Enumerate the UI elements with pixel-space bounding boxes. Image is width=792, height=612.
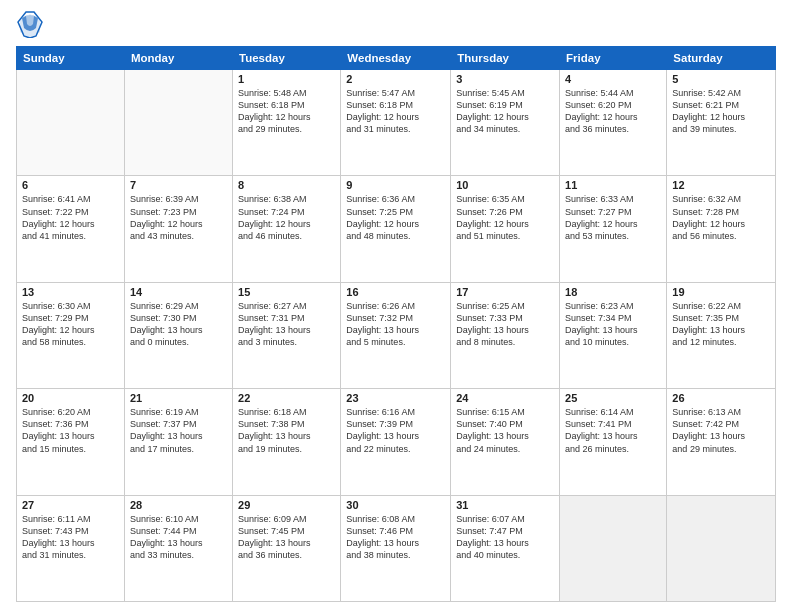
day-detail: Sunrise: 6:15 AM Sunset: 7:40 PM Dayligh… [456,406,554,455]
day-number: 17 [456,286,554,298]
calendar-cell [124,70,232,176]
day-detail: Sunrise: 6:13 AM Sunset: 7:42 PM Dayligh… [672,406,770,455]
calendar-cell [560,495,667,601]
day-number: 5 [672,73,770,85]
day-number: 14 [130,286,227,298]
calendar-week-row: 1Sunrise: 5:48 AM Sunset: 6:18 PM Daylig… [17,70,776,176]
calendar-cell: 13Sunrise: 6:30 AM Sunset: 7:29 PM Dayli… [17,282,125,388]
day-number: 21 [130,392,227,404]
day-detail: Sunrise: 6:35 AM Sunset: 7:26 PM Dayligh… [456,193,554,242]
day-number: 20 [22,392,119,404]
calendar-cell: 23Sunrise: 6:16 AM Sunset: 7:39 PM Dayli… [341,389,451,495]
day-detail: Sunrise: 6:18 AM Sunset: 7:38 PM Dayligh… [238,406,335,455]
col-monday: Monday [124,47,232,70]
day-number: 3 [456,73,554,85]
day-detail: Sunrise: 6:39 AM Sunset: 7:23 PM Dayligh… [130,193,227,242]
calendar-cell: 25Sunrise: 6:14 AM Sunset: 7:41 PM Dayli… [560,389,667,495]
day-number: 30 [346,499,445,511]
col-tuesday: Tuesday [233,47,341,70]
calendar-cell: 29Sunrise: 6:09 AM Sunset: 7:45 PM Dayli… [233,495,341,601]
calendar-cell: 27Sunrise: 6:11 AM Sunset: 7:43 PM Dayli… [17,495,125,601]
day-detail: Sunrise: 6:09 AM Sunset: 7:45 PM Dayligh… [238,513,335,562]
day-detail: Sunrise: 5:45 AM Sunset: 6:19 PM Dayligh… [456,87,554,136]
day-detail: Sunrise: 6:23 AM Sunset: 7:34 PM Dayligh… [565,300,661,349]
day-detail: Sunrise: 6:07 AM Sunset: 7:47 PM Dayligh… [456,513,554,562]
day-number: 26 [672,392,770,404]
calendar-cell: 5Sunrise: 5:42 AM Sunset: 6:21 PM Daylig… [667,70,776,176]
day-detail: Sunrise: 6:16 AM Sunset: 7:39 PM Dayligh… [346,406,445,455]
day-detail: Sunrise: 6:32 AM Sunset: 7:28 PM Dayligh… [672,193,770,242]
calendar-cell: 20Sunrise: 6:20 AM Sunset: 7:36 PM Dayli… [17,389,125,495]
calendar-cell: 8Sunrise: 6:38 AM Sunset: 7:24 PM Daylig… [233,176,341,282]
calendar-week-row: 20Sunrise: 6:20 AM Sunset: 7:36 PM Dayli… [17,389,776,495]
calendar-cell [667,495,776,601]
day-detail: Sunrise: 6:33 AM Sunset: 7:27 PM Dayligh… [565,193,661,242]
day-number: 18 [565,286,661,298]
day-number: 28 [130,499,227,511]
calendar-cell: 30Sunrise: 6:08 AM Sunset: 7:46 PM Dayli… [341,495,451,601]
calendar-cell: 24Sunrise: 6:15 AM Sunset: 7:40 PM Dayli… [451,389,560,495]
day-detail: Sunrise: 6:25 AM Sunset: 7:33 PM Dayligh… [456,300,554,349]
day-detail: Sunrise: 5:47 AM Sunset: 6:18 PM Dayligh… [346,87,445,136]
calendar-cell: 2Sunrise: 5:47 AM Sunset: 6:18 PM Daylig… [341,70,451,176]
day-detail: Sunrise: 6:26 AM Sunset: 7:32 PM Dayligh… [346,300,445,349]
day-number: 10 [456,179,554,191]
day-detail: Sunrise: 6:08 AM Sunset: 7:46 PM Dayligh… [346,513,445,562]
day-detail: Sunrise: 6:29 AM Sunset: 7:30 PM Dayligh… [130,300,227,349]
col-thursday: Thursday [451,47,560,70]
calendar-cell: 22Sunrise: 6:18 AM Sunset: 7:38 PM Dayli… [233,389,341,495]
day-number: 13 [22,286,119,298]
day-number: 16 [346,286,445,298]
day-number: 27 [22,499,119,511]
calendar-cell: 16Sunrise: 6:26 AM Sunset: 7:32 PM Dayli… [341,282,451,388]
calendar-cell: 18Sunrise: 6:23 AM Sunset: 7:34 PM Dayli… [560,282,667,388]
calendar-cell: 12Sunrise: 6:32 AM Sunset: 7:28 PM Dayli… [667,176,776,282]
calendar-cell: 28Sunrise: 6:10 AM Sunset: 7:44 PM Dayli… [124,495,232,601]
day-number: 19 [672,286,770,298]
calendar-cell: 3Sunrise: 5:45 AM Sunset: 6:19 PM Daylig… [451,70,560,176]
day-detail: Sunrise: 6:14 AM Sunset: 7:41 PM Dayligh… [565,406,661,455]
day-detail: Sunrise: 6:38 AM Sunset: 7:24 PM Dayligh… [238,193,335,242]
day-detail: Sunrise: 6:11 AM Sunset: 7:43 PM Dayligh… [22,513,119,562]
calendar-cell: 21Sunrise: 6:19 AM Sunset: 7:37 PM Dayli… [124,389,232,495]
day-number: 29 [238,499,335,511]
calendar-cell: 10Sunrise: 6:35 AM Sunset: 7:26 PM Dayli… [451,176,560,282]
calendar-cell: 26Sunrise: 6:13 AM Sunset: 7:42 PM Dayli… [667,389,776,495]
day-detail: Sunrise: 6:30 AM Sunset: 7:29 PM Dayligh… [22,300,119,349]
calendar-cell: 7Sunrise: 6:39 AM Sunset: 7:23 PM Daylig… [124,176,232,282]
day-detail: Sunrise: 5:42 AM Sunset: 6:21 PM Dayligh… [672,87,770,136]
calendar-cell: 19Sunrise: 6:22 AM Sunset: 7:35 PM Dayli… [667,282,776,388]
day-detail: Sunrise: 6:41 AM Sunset: 7:22 PM Dayligh… [22,193,119,242]
calendar-header-row: Sunday Monday Tuesday Wednesday Thursday… [17,47,776,70]
col-sunday: Sunday [17,47,125,70]
calendar-cell: 4Sunrise: 5:44 AM Sunset: 6:20 PM Daylig… [560,70,667,176]
day-number: 25 [565,392,661,404]
day-number: 9 [346,179,445,191]
day-detail: Sunrise: 5:44 AM Sunset: 6:20 PM Dayligh… [565,87,661,136]
day-detail: Sunrise: 6:20 AM Sunset: 7:36 PM Dayligh… [22,406,119,455]
calendar-cell: 6Sunrise: 6:41 AM Sunset: 7:22 PM Daylig… [17,176,125,282]
calendar-cell [17,70,125,176]
day-number: 31 [456,499,554,511]
logo [16,10,48,38]
calendar-cell: 31Sunrise: 6:07 AM Sunset: 7:47 PM Dayli… [451,495,560,601]
calendar-week-row: 13Sunrise: 6:30 AM Sunset: 7:29 PM Dayli… [17,282,776,388]
day-number: 23 [346,392,445,404]
day-number: 12 [672,179,770,191]
col-saturday: Saturday [667,47,776,70]
calendar-cell: 1Sunrise: 5:48 AM Sunset: 6:18 PM Daylig… [233,70,341,176]
calendar-cell: 14Sunrise: 6:29 AM Sunset: 7:30 PM Dayli… [124,282,232,388]
calendar-week-row: 6Sunrise: 6:41 AM Sunset: 7:22 PM Daylig… [17,176,776,282]
day-number: 15 [238,286,335,298]
calendar-cell: 11Sunrise: 6:33 AM Sunset: 7:27 PM Dayli… [560,176,667,282]
day-number: 7 [130,179,227,191]
day-number: 4 [565,73,661,85]
day-number: 22 [238,392,335,404]
day-detail: Sunrise: 6:22 AM Sunset: 7:35 PM Dayligh… [672,300,770,349]
day-detail: Sunrise: 6:19 AM Sunset: 7:37 PM Dayligh… [130,406,227,455]
calendar-cell: 15Sunrise: 6:27 AM Sunset: 7:31 PM Dayli… [233,282,341,388]
day-number: 6 [22,179,119,191]
day-detail: Sunrise: 6:10 AM Sunset: 7:44 PM Dayligh… [130,513,227,562]
calendar-table: Sunday Monday Tuesday Wednesday Thursday… [16,46,776,602]
day-number: 2 [346,73,445,85]
